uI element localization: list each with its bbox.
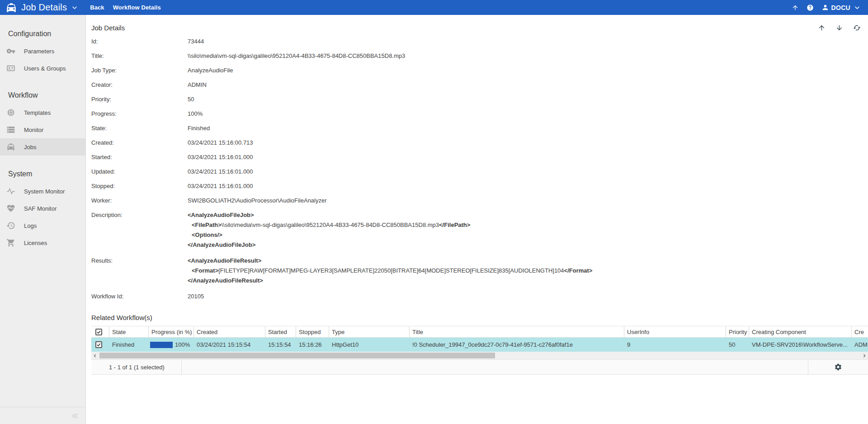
- column-header-started[interactable]: Started: [265, 326, 296, 337]
- column-header-label: UserInfo: [627, 329, 649, 335]
- field-label: Stopped:: [91, 183, 188, 190]
- sidebar-item-licenses[interactable]: Licenses: [0, 234, 85, 251]
- column-header-title[interactable]: Title: [410, 326, 624, 337]
- sidebar-item-jobs[interactable]: Jobs: [0, 138, 85, 155]
- main-content: Job Details Id:73444Title:\\silo\media\v…: [86, 15, 868, 424]
- xml-line: <AnalyzeAudioFileResult>: [188, 256, 868, 266]
- field-label: Updated:: [91, 168, 188, 175]
- sidebar-item-system-monitor[interactable]: System Monitor: [0, 183, 85, 200]
- cell-priority: 50: [726, 338, 749, 352]
- field-label: Created:: [91, 139, 188, 146]
- xml-line: </AnalyzeAudioFileJob>: [188, 240, 868, 250]
- sidebar-item-logs[interactable]: Logs: [0, 217, 85, 234]
- user-menu[interactable]: DOCU: [821, 3, 862, 12]
- field-value: 20105: [188, 293, 868, 300]
- progress-bar-fill: [150, 342, 173, 348]
- column-header-creating-component[interactable]: Creating Component: [749, 326, 852, 337]
- sidebar-item-saf-monitor[interactable]: SAF Monitor: [0, 200, 85, 217]
- key-icon: [6, 47, 15, 56]
- column-header-progress-in[interactable]: Progress (in %): [149, 326, 194, 337]
- table-settings-gear-icon[interactable]: [834, 363, 842, 371]
- column-header-stopped[interactable]: Stopped: [296, 326, 329, 337]
- sidebar-section-title: Configuration: [0, 25, 85, 42]
- sidebar-section-configuration: ConfigurationParametersUsers & Groups: [0, 25, 85, 77]
- sidebar-section-system: SystemSystem MonitorSAF MonitorLogsLicen…: [0, 165, 85, 251]
- chevron-down-icon: [70, 3, 79, 12]
- column-header-select-all[interactable]: [91, 326, 109, 337]
- field-row-updated: Updated:03/24/2021 15:16:01.000: [91, 165, 868, 179]
- row-checkbox[interactable]: [95, 341, 102, 348]
- page-title: Job Details: [91, 24, 125, 32]
- field-row-created: Created:03/24/2021 15:16:00.713: [91, 136, 868, 150]
- upload-icon[interactable]: [792, 4, 799, 11]
- workflow-details-link[interactable]: Workflow Details: [113, 4, 161, 11]
- move-up-icon[interactable]: [818, 24, 826, 32]
- cell-progress: 100%: [149, 338, 194, 352]
- field-value: 50: [188, 96, 868, 103]
- field-value: 03/24/2021 15:16:00.713: [188, 139, 868, 146]
- field-row-creator: Creator:ADMIN: [91, 78, 868, 92]
- scrollbar-track: [99, 352, 861, 359]
- xml-description: <AnalyzeAudioFileJob><FilePath>\\silo\me…: [188, 210, 868, 250]
- column-header-priority[interactable]: Priority: [726, 326, 749, 337]
- field-label: Results:: [91, 257, 188, 264]
- column-header-state[interactable]: State: [109, 326, 149, 337]
- sidebar-item-label: Logs: [24, 222, 37, 229]
- job-fields: Id:73444Title:\\silo\media\vm-sql-digas\…: [91, 34, 868, 304]
- table-row[interactable]: Finished100%03/24/2021 15:15:5415:15:541…: [91, 338, 868, 352]
- cart-icon: [6, 238, 15, 247]
- chip-icon: [6, 108, 15, 117]
- cell-started: 15:15:54: [265, 338, 296, 352]
- field-row-progress: Progress:100%: [91, 107, 868, 121]
- heart-pulse-icon: [6, 204, 15, 213]
- contact-card-icon: [6, 64, 15, 73]
- scroll-left-arrow[interactable]: [91, 352, 99, 359]
- column-header-type[interactable]: Type: [329, 326, 410, 337]
- table-header-row: StateProgress (in %)CreatedStartedStoppe…: [91, 326, 868, 338]
- page-actions: [818, 24, 861, 32]
- collapse-sidebar-button[interactable]: [70, 411, 80, 421]
- xml-line: <Format>[FILETYPE]RAW[FORMAT]MPEG-LAYER3…: [188, 266, 868, 276]
- column-header-created[interactable]: Created: [194, 326, 265, 337]
- field-row-results: Results:<AnalyzeAudioFileResult><Format>…: [91, 254, 868, 289]
- sidebar-item-label: Licenses: [24, 240, 47, 246]
- move-down-icon[interactable]: [835, 24, 843, 32]
- field-label: Started:: [91, 154, 188, 161]
- history-icon: [6, 221, 15, 230]
- field-row-started: Started:03/24/2021 15:16:01.000: [91, 150, 868, 165]
- storage-icon: [6, 125, 15, 134]
- sidebar-section-title: Workflow: [0, 87, 85, 104]
- field-value: SWI2BGOLIATH2\AudioProcessor\AudioFileAn…: [188, 197, 868, 204]
- back-link[interactable]: Back: [90, 4, 104, 11]
- cell-created: 03/24/2021 15:15:54: [194, 338, 265, 352]
- sidebar-item-users-groups[interactable]: Users & Groups: [0, 60, 85, 77]
- xml-line: <Options/>: [188, 230, 868, 240]
- scrollbar-thumb[interactable]: [99, 353, 495, 358]
- app-menu-button[interactable]: Job Details: [5, 2, 79, 14]
- field-row-id: Id:73444: [91, 34, 868, 49]
- refresh-icon[interactable]: [853, 24, 861, 32]
- taxi-icon: [6, 142, 15, 151]
- column-header-userinfo[interactable]: UserInfo: [624, 326, 726, 337]
- sidebar-item-label: Parameters: [24, 48, 54, 55]
- person-icon: [821, 4, 829, 11]
- sidebar-item-templates[interactable]: Templates: [0, 104, 85, 121]
- column-header-label: Priority: [729, 329, 747, 335]
- navbar-title: Job Details: [21, 2, 67, 13]
- help-icon[interactable]: [807, 4, 814, 11]
- cell-userinfo: 9: [624, 338, 726, 352]
- field-label: Workflow Id:: [91, 293, 188, 300]
- select-all-checkbox[interactable]: [95, 329, 102, 335]
- field-label: Progress:: [91, 110, 188, 118]
- navbar-links: Back Workflow Details: [90, 4, 161, 11]
- field-row-worker: Worker:SWI2BGOLIATH2\AudioProcessor\Audi…: [91, 193, 868, 208]
- field-value: 03/24/2021 15:16:01.000: [188, 168, 868, 175]
- scroll-right-arrow[interactable]: [861, 352, 868, 359]
- column-header-cre[interactable]: Cre: [852, 326, 868, 337]
- sidebar-item-parameters[interactable]: Parameters: [0, 42, 85, 60]
- sidebar-item-label: System Monitor: [24, 188, 65, 195]
- cell-stopped: 15:16:26: [296, 338, 329, 352]
- sidebar-item-monitor[interactable]: Monitor: [0, 121, 85, 138]
- field-label: Priority:: [91, 96, 188, 103]
- field-label: Id:: [91, 38, 188, 45]
